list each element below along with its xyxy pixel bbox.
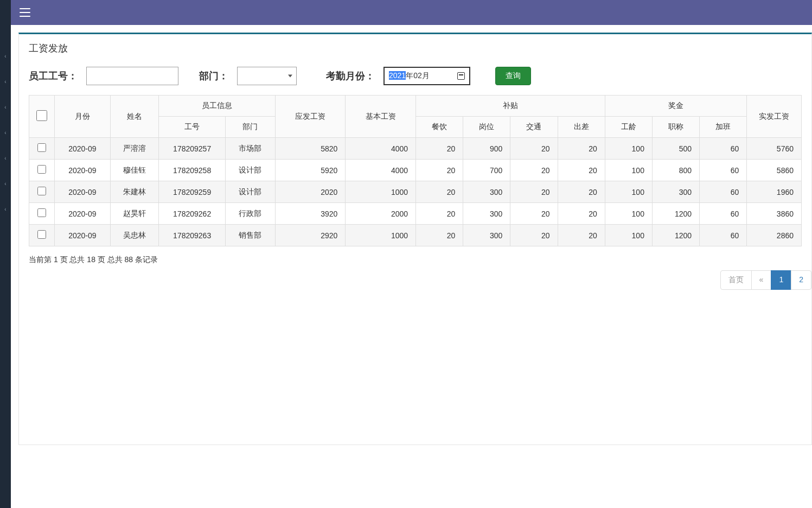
col-base: 基本工资 bbox=[346, 96, 416, 138]
cell-travel: 20 bbox=[558, 138, 605, 160]
cell-overtime: 60 bbox=[700, 225, 747, 246]
page-1[interactable]: 1 bbox=[771, 270, 791, 290]
row-checkbox[interactable] bbox=[37, 230, 46, 239]
cell-title: 300 bbox=[652, 181, 699, 203]
employee-id-label: 员工工号： bbox=[29, 69, 78, 82]
month-input[interactable]: 2021年02月 bbox=[383, 67, 470, 85]
cell-transport: 20 bbox=[510, 225, 558, 246]
sidebar-chevron-5[interactable]: ‹ bbox=[0, 145, 11, 171]
month-label: 考勤月份： bbox=[326, 69, 375, 82]
dept-select[interactable] bbox=[237, 67, 297, 85]
cell-name: 穆佳钰 bbox=[110, 160, 158, 181]
cell-month: 2020-09 bbox=[54, 225, 110, 246]
cell-gross: 2020 bbox=[275, 181, 346, 203]
row-checkbox[interactable] bbox=[37, 143, 46, 152]
sidebar-chevron-4[interactable]: ‹ bbox=[0, 120, 11, 145]
month-selected-text: 2021 bbox=[389, 71, 406, 80]
col-meal: 餐饮 bbox=[416, 117, 463, 138]
cell-title: 800 bbox=[652, 160, 699, 181]
row-checkbox[interactable] bbox=[37, 208, 46, 217]
cell-emp-id: 178209262 bbox=[159, 203, 226, 225]
cell-meal: 20 bbox=[416, 160, 463, 181]
cell-meal: 20 bbox=[416, 225, 463, 246]
cell-emp-id: 178209263 bbox=[159, 225, 226, 246]
cell-dept: 市场部 bbox=[226, 138, 276, 160]
select-all-checkbox[interactable] bbox=[36, 110, 47, 121]
table-wrap: 月份 姓名 员工信息 应发工资 基本工资 补贴 奖金 实发工资 工号 部门 bbox=[19, 95, 811, 246]
cell-seniority: 100 bbox=[605, 138, 652, 160]
content-wrap: 工资发放 员工工号： 部门： 考勤月份： 2021年02月 查询 bbox=[11, 25, 812, 508]
cell-gross: 5920 bbox=[275, 160, 346, 181]
sidebar-chevron-6[interactable]: ‹ bbox=[0, 171, 11, 196]
cell-net: 2860 bbox=[747, 225, 802, 246]
sidebar-chevron-3[interactable]: ‹ bbox=[0, 94, 11, 120]
sidebar-chevron-1[interactable]: ‹ bbox=[0, 43, 11, 69]
main: 工资发放 员工工号： 部门： 考勤月份： 2021年02月 查询 bbox=[11, 0, 812, 508]
col-allowance-group: 补贴 bbox=[416, 96, 605, 117]
col-overtime: 加班 bbox=[700, 117, 747, 138]
cell-post: 300 bbox=[463, 225, 510, 246]
page-first[interactable]: 首页 bbox=[720, 270, 752, 290]
cell-base: 2000 bbox=[346, 203, 416, 225]
table-row: 2020-09吴忠林178209263销售部292010002030020201… bbox=[29, 225, 802, 246]
month-text: 2021年02月 bbox=[389, 71, 430, 81]
cell-dept: 设计部 bbox=[226, 160, 276, 181]
employee-id-input[interactable] bbox=[86, 67, 178, 85]
panel: 工资发放 员工工号： 部门： 考勤月份： 2021年02月 查询 bbox=[18, 33, 812, 445]
cell-transport: 20 bbox=[510, 203, 558, 225]
cell-name: 严溶溶 bbox=[110, 138, 158, 160]
col-emp-id: 工号 bbox=[159, 117, 226, 138]
cell-dept: 设计部 bbox=[226, 181, 276, 203]
dept-label: 部门： bbox=[199, 69, 228, 82]
cell-overtime: 60 bbox=[700, 181, 747, 203]
col-net: 实发工资 bbox=[747, 96, 802, 138]
hamburger-icon[interactable] bbox=[20, 8, 30, 17]
sidebar-chevron-2[interactable]: ‹ bbox=[0, 69, 11, 94]
cell-gross: 3920 bbox=[275, 203, 346, 225]
header-checkbox-cell bbox=[29, 96, 55, 138]
salary-table: 月份 姓名 员工信息 应发工资 基本工资 补贴 奖金 实发工资 工号 部门 bbox=[29, 95, 802, 246]
cell-post: 300 bbox=[463, 181, 510, 203]
cell-overtime: 60 bbox=[700, 138, 747, 160]
col-travel: 出差 bbox=[558, 117, 605, 138]
col-seniority: 工龄 bbox=[605, 117, 652, 138]
cell-meal: 20 bbox=[416, 138, 463, 160]
col-title: 职称 bbox=[652, 117, 699, 138]
cell-base: 4000 bbox=[346, 138, 416, 160]
query-button[interactable]: 查询 bbox=[495, 67, 531, 85]
cell-post: 700 bbox=[463, 160, 510, 181]
cell-travel: 20 bbox=[558, 225, 605, 246]
page-2[interactable]: 2 bbox=[791, 270, 811, 290]
cell-post: 900 bbox=[463, 138, 510, 160]
col-post: 岗位 bbox=[463, 117, 510, 138]
cell-base: 1000 bbox=[346, 225, 416, 246]
cell-title: 500 bbox=[652, 138, 699, 160]
cell-seniority: 100 bbox=[605, 181, 652, 203]
cell-post: 300 bbox=[463, 203, 510, 225]
cell-gross: 5820 bbox=[275, 138, 346, 160]
cell-meal: 20 bbox=[416, 181, 463, 203]
cell-month: 2020-09 bbox=[54, 203, 110, 225]
col-name: 姓名 bbox=[110, 96, 158, 138]
cell-emp-id: 178209258 bbox=[159, 160, 226, 181]
page-title: 工资发放 bbox=[19, 34, 811, 59]
col-bonus-group: 奖金 bbox=[605, 96, 747, 117]
cell-meal: 20 bbox=[416, 203, 463, 225]
cell-base: 4000 bbox=[346, 160, 416, 181]
cell-transport: 20 bbox=[510, 138, 558, 160]
row-checkbox[interactable] bbox=[37, 165, 46, 174]
cell-net: 5860 bbox=[747, 160, 802, 181]
col-month: 月份 bbox=[54, 96, 110, 138]
row-checkbox[interactable] bbox=[37, 187, 46, 195]
cell-net: 3860 bbox=[747, 203, 802, 225]
col-emp-group: 员工信息 bbox=[159, 96, 276, 117]
cell-month: 2020-09 bbox=[54, 138, 110, 160]
calendar-icon bbox=[457, 72, 465, 80]
cell-name: 朱建林 bbox=[110, 181, 158, 203]
page-prev[interactable]: « bbox=[751, 270, 772, 290]
cell-transport: 20 bbox=[510, 160, 558, 181]
month-rest-text: 年02月 bbox=[406, 71, 430, 80]
filter-row: 员工工号： 部门： 考勤月份： 2021年02月 查询 bbox=[19, 59, 811, 95]
sidebar-chevron-7[interactable]: ‹ bbox=[0, 196, 11, 222]
cell-dept: 行政部 bbox=[226, 203, 276, 225]
